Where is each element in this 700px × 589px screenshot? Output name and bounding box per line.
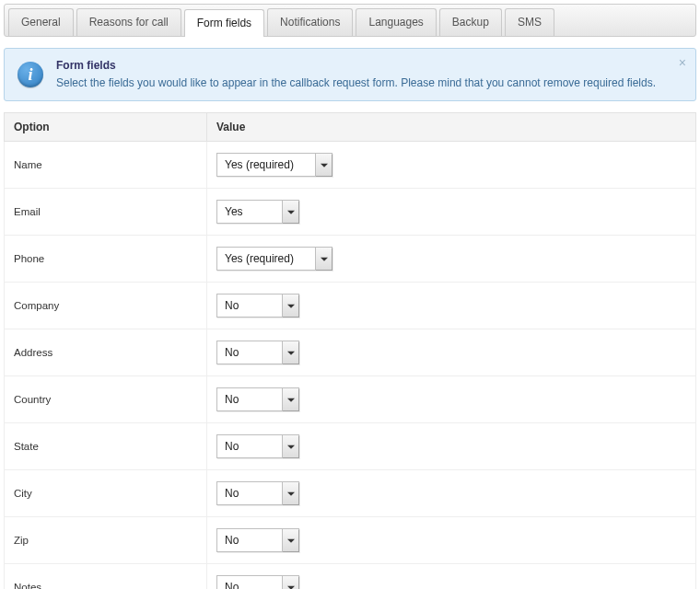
col-header-value: Value bbox=[207, 112, 696, 141]
chevron-down-icon[interactable] bbox=[282, 294, 298, 317]
value-select[interactable]: No bbox=[216, 341, 299, 364]
value-select[interactable]: No bbox=[216, 528, 299, 552]
chevron-down-icon[interactable] bbox=[282, 529, 298, 551]
table-row: EmailYes bbox=[5, 188, 696, 235]
option-label: Country bbox=[5, 375, 207, 422]
value-select[interactable]: Yes bbox=[216, 200, 299, 224]
value-select[interactable]: No bbox=[216, 294, 299, 318]
table-row: NotesNo bbox=[5, 563, 696, 589]
table-row: AddressNo bbox=[5, 329, 696, 375]
value-select[interactable]: No bbox=[216, 481, 299, 505]
value-select[interactable]: No bbox=[216, 575, 299, 589]
option-label: Address bbox=[5, 329, 207, 375]
chevron-down-icon[interactable] bbox=[282, 388, 298, 410]
tab-notifications[interactable]: Notifications bbox=[267, 8, 353, 36]
chevron-down-icon[interactable] bbox=[282, 341, 298, 364]
table-row: PhoneYes (required) bbox=[5, 235, 696, 282]
option-label: Name bbox=[5, 141, 207, 188]
chevron-down-icon[interactable] bbox=[282, 576, 298, 589]
tabs-bar: GeneralReasons for callForm fieldsNotifi… bbox=[4, 4, 696, 37]
option-label: Phone bbox=[5, 235, 207, 282]
option-label: State bbox=[5, 422, 207, 469]
chevron-down-icon[interactable] bbox=[282, 435, 298, 457]
info-box: × Form fields Select the fields you woul… bbox=[4, 48, 696, 101]
table-row: CompanyNo bbox=[5, 282, 696, 329]
chevron-down-icon[interactable] bbox=[315, 248, 332, 270]
table-row: StateNo bbox=[5, 422, 696, 469]
value-select[interactable]: No bbox=[216, 434, 299, 458]
option-label: Email bbox=[5, 188, 207, 235]
option-label: Notes bbox=[5, 563, 207, 589]
info-text: Select the fields you would like to appe… bbox=[56, 76, 656, 89]
info-title: Form fields bbox=[56, 58, 668, 74]
option-label: Company bbox=[5, 282, 207, 329]
value-select[interactable]: No bbox=[216, 387, 299, 411]
tab-backup[interactable]: Backup bbox=[439, 8, 502, 36]
chevron-down-icon[interactable] bbox=[282, 201, 298, 223]
tab-reasons-for-call[interactable]: Reasons for call bbox=[76, 8, 181, 36]
tab-sms[interactable]: SMS bbox=[505, 8, 554, 36]
table-row: ZipNo bbox=[5, 516, 696, 563]
close-icon[interactable]: × bbox=[679, 56, 686, 69]
option-label: Zip bbox=[5, 516, 207, 563]
tab-general[interactable]: General bbox=[8, 8, 74, 36]
chevron-down-icon[interactable] bbox=[315, 154, 332, 176]
table-row: CountryNo bbox=[5, 375, 696, 422]
value-select[interactable]: Yes (required) bbox=[216, 153, 332, 177]
options-table: Option Value NameYes (required)EmailYesP… bbox=[4, 112, 696, 589]
col-header-option: Option bbox=[5, 112, 207, 141]
info-icon bbox=[18, 62, 43, 87]
option-label: City bbox=[5, 469, 207, 516]
table-row: CityNo bbox=[5, 469, 696, 516]
chevron-down-icon[interactable] bbox=[282, 482, 298, 504]
tab-form-fields[interactable]: Form fields bbox=[184, 9, 264, 37]
tab-languages[interactable]: Languages bbox=[356, 8, 436, 36]
value-select[interactable]: Yes (required) bbox=[216, 247, 332, 271]
table-row: NameYes (required) bbox=[5, 141, 696, 188]
